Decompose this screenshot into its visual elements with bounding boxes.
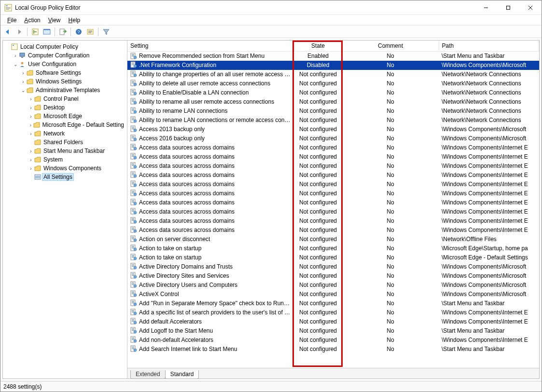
chevron-right-icon[interactable]: ›: [28, 114, 34, 119]
chevron-down-icon[interactable]: ⌄: [13, 62, 18, 67]
tree-computer-config[interactable]: › Computer Configuration: [13, 51, 127, 60]
chevron-right-icon[interactable]: ›: [28, 157, 34, 162]
tree-desktop[interactable]: ›Desktop: [28, 103, 127, 112]
tree-microsoft-edge-default[interactable]: ›Microsoft Edge - Default Setting: [28, 121, 127, 129]
tree-admin-templates[interactable]: ⌄Administrative Templates: [20, 86, 127, 95]
table-row[interactable]: Access data sources across domainsNot co…: [127, 143, 539, 152]
table-row[interactable]: Add Search Internet link to Start MenuNo…: [127, 345, 539, 354]
tree-control-panel[interactable]: ›Control Panel: [28, 95, 127, 103]
table-row[interactable]: Ability to change properties of an all u…: [127, 70, 539, 79]
tree-software-settings[interactable]: ›Software Settings: [20, 68, 127, 77]
export-list-button[interactable]: [57, 27, 68, 37]
menu-action[interactable]: Action: [20, 16, 44, 25]
cell-path: \Windows Components\Microsoft: [439, 281, 539, 290]
column-header-comment[interactable]: Comment: [342, 41, 439, 52]
tree-pane[interactable]: Local Computer Policy › Computer Configu…: [3, 41, 127, 378]
table-row[interactable]: Action to take on startupNot configuredN…: [127, 253, 539, 262]
tree-user-config[interactable]: ⌄ User Configuration: [13, 60, 127, 68]
tree-label: Windows Settings: [35, 78, 83, 85]
table-row[interactable]: Ability to rename all user remote access…: [127, 97, 539, 107]
cell-comment: No: [342, 134, 439, 143]
chevron-right-icon[interactable]: ›: [28, 105, 34, 110]
tree-system[interactable]: ›System: [28, 155, 127, 164]
help-button[interactable]: ?: [73, 27, 84, 37]
table-row[interactable]: Access data sources across domainsNot co…: [127, 180, 539, 189]
close-button[interactable]: [519, 0, 542, 15]
table-row[interactable]: Active Directory Users and ComputersNot …: [127, 281, 539, 290]
table-row[interactable]: Action to take on startupNot configuredN…: [127, 244, 539, 253]
policy-setting-icon: [130, 153, 137, 160]
chevron-right-icon[interactable]: ›: [20, 70, 26, 76]
folder-icon: [34, 112, 42, 120]
table-row[interactable]: Access 2013 backup onlyNot configuredNo\…: [127, 125, 539, 134]
minimize-button[interactable]: [475, 0, 497, 15]
chevron-right-icon[interactable]: ›: [28, 166, 34, 171]
forward-button[interactable]: [14, 27, 25, 37]
maximize-button[interactable]: [497, 0, 519, 15]
chevron-right-icon[interactable]: ›: [28, 149, 34, 154]
filter-button[interactable]: [101, 27, 111, 37]
tree-windows-settings[interactable]: ›Windows Settings: [20, 77, 127, 86]
tab-extended[interactable]: Extended: [130, 370, 166, 379]
tree-all-settings[interactable]: All Settings: [28, 173, 127, 181]
cell-setting: Action to take on startup: [127, 244, 294, 253]
table-row[interactable]: Ability to rename LAN connectionsNot con…: [127, 107, 539, 116]
table-row[interactable]: Access data sources across domainsNot co…: [127, 226, 539, 235]
back-button[interactable]: [2, 27, 13, 37]
table-row[interactable]: Add Logoff to the Start MenuNot configur…: [127, 326, 539, 336]
table-row[interactable]: Action on server disconnectNot configure…: [127, 235, 539, 244]
svg-rect-120: [132, 219, 134, 220]
table-row[interactable]: Active Directory Domains and TrustsNot c…: [127, 262, 539, 271]
table-row[interactable]: Access data sources across domainsNot co…: [127, 198, 539, 207]
svg-rect-139: [132, 255, 134, 256]
chevron-right-icon[interactable]: ›: [20, 79, 26, 84]
column-header-path[interactable]: Path: [439, 41, 539, 52]
tree-root[interactable]: Local Computer Policy: [5, 42, 127, 51]
table-row[interactable]: Access data sources across domainsNot co…: [127, 189, 539, 198]
table-row[interactable]: .Net Framework ConfigurationDisabledNo\W…: [127, 61, 539, 70]
tree-shared-folders[interactable]: Shared Folders: [28, 138, 127, 147]
chevron-right-icon[interactable]: ›: [13, 53, 18, 58]
show-hide-tree-button[interactable]: [30, 27, 41, 37]
table-row[interactable]: Active Directory Sites and ServicesNot c…: [127, 271, 539, 281]
table-row[interactable]: Add a specific list of search providers …: [127, 308, 539, 317]
properties-button[interactable]: [42, 27, 52, 37]
table-row[interactable]: Access data sources across domainsNot co…: [127, 216, 539, 226]
table-row[interactable]: Add default AcceleratorsNot configuredNo…: [127, 317, 539, 326]
cell-state: Not configured: [294, 244, 342, 253]
options-button[interactable]: [85, 27, 96, 37]
table-row[interactable]: Access 2016 backup onlyNot configuredNo\…: [127, 134, 539, 143]
table-row[interactable]: Add non-default AcceleratorsNot configur…: [127, 336, 539, 345]
chevron-down-icon[interactable]: ⌄: [20, 88, 26, 93]
column-header-setting[interactable]: Setting: [127, 41, 294, 52]
chevron-right-icon[interactable]: ›: [28, 131, 34, 136]
tree-network[interactable]: ›Network: [28, 129, 127, 138]
svg-point-82: [134, 147, 137, 150]
table-row[interactable]: ActiveX ControlNot configuredNo\Windows …: [127, 290, 539, 299]
chevron-right-icon[interactable]: ›: [28, 96, 34, 102]
table-row[interactable]: Remove Recommended section from Start Me…: [127, 52, 539, 61]
table-row[interactable]: Ability to Enable/Disable a LAN connecti…: [127, 88, 539, 97]
column-header-state[interactable]: State: [294, 41, 342, 52]
table-row[interactable]: Access data sources across domainsNot co…: [127, 207, 539, 216]
cell-setting: Ability to Enable/Disable a LAN connecti…: [127, 88, 294, 97]
menu-view[interactable]: View: [44, 16, 65, 25]
menu-help[interactable]: Help: [65, 16, 84, 25]
table-row[interactable]: Add "Run in Separate Memory Space" check…: [127, 299, 539, 308]
table-row[interactable]: Access data sources across domainsNot co…: [127, 162, 539, 171]
chevron-right-icon[interactable]: ›: [28, 122, 33, 128]
table-row[interactable]: Ability to delete all user remote access…: [127, 79, 539, 88]
tree-microsoft-edge[interactable]: ›Microsoft Edge: [28, 112, 127, 121]
table-row[interactable]: Ability to rename LAN connections or rem…: [127, 116, 539, 125]
table-row[interactable]: Access data sources across domainsNot co…: [127, 152, 539, 162]
tree-start-menu-taskbar[interactable]: ›Start Menu and Taskbar: [28, 147, 127, 155]
tree-windows-components[interactable]: ›Windows Components: [28, 164, 127, 173]
menu-file[interactable]: File: [3, 16, 20, 25]
settings-list[interactable]: Setting State Comment Path Remove Recomm…: [127, 41, 539, 368]
folder-icon: [26, 69, 34, 77]
tab-standard[interactable]: Standard: [165, 370, 199, 379]
cell-path: \Windows Components\Internet E: [439, 226, 539, 235]
svg-point-57: [134, 101, 137, 104]
svg-point-177: [134, 321, 137, 324]
table-row[interactable]: Access data sources across domainsNot co…: [127, 171, 539, 180]
